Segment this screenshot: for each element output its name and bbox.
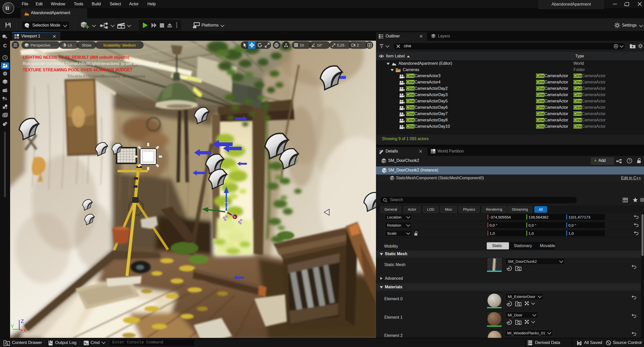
- svg-text:X: X: [23, 328, 27, 333]
- svg-text:Y: Y: [11, 323, 14, 329]
- svg-text:Z: Z: [21, 318, 24, 324]
